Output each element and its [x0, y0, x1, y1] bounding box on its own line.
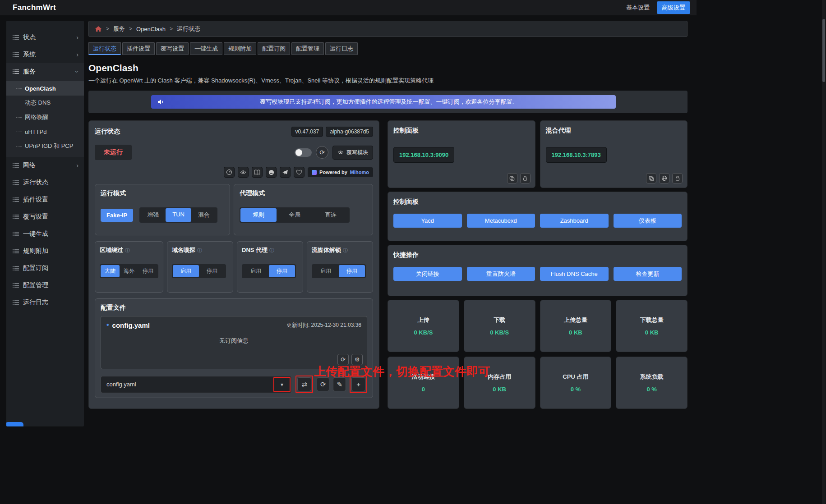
region-option-mainland[interactable]: 大陆: [101, 265, 120, 277]
globe-icon[interactable]: [659, 173, 669, 183]
refresh-button[interactable]: ⟳: [316, 146, 328, 159]
scroll-top-button[interactable]: [6, 422, 23, 426]
proxy-mode-option-rule[interactable]: 规则: [240, 208, 277, 222]
switch-config-button[interactable]: ⇄: [297, 377, 311, 391]
brand-logo[interactable]: FanchmWrt: [13, 3, 56, 12]
close-connections-button[interactable]: 关闭链接: [393, 267, 462, 281]
upload-config-button[interactable]: +: [351, 377, 365, 391]
proxy-mode-option-direct[interactable]: 直连: [313, 208, 349, 222]
sniffer-title: 域名嗅探: [172, 246, 195, 254]
tab-rules-append[interactable]: 规则附加: [224, 42, 256, 55]
home-icon[interactable]: [95, 26, 102, 32]
sidebar-item-plugin-settings[interactable]: 插件设置: [6, 191, 84, 208]
sidebar-item-run-status[interactable]: 运行状态: [6, 174, 84, 191]
sidebar-item-rules-append[interactable]: 规则附加: [6, 243, 84, 260]
control-panel-card: 控制面板 192.168.10.3:9090: [388, 120, 535, 188]
lock-icon[interactable]: [520, 173, 531, 183]
run-mode-option-mixed[interactable]: 混合: [191, 208, 217, 222]
check-update-button[interactable]: 检查更新: [614, 267, 682, 281]
config-select[interactable]: config.yaml ▾: [101, 376, 292, 393]
speedtest-icon[interactable]: [224, 167, 235, 178]
dashboard-button[interactable]: 仪表板: [614, 214, 682, 228]
sidebar-item-config-manage[interactable]: 配置管理: [6, 277, 84, 294]
telegram-icon[interactable]: [280, 167, 291, 178]
breadcrumb: > 服务 > OpenClash > 运行状态: [88, 21, 688, 37]
config-refresh-button[interactable]: ⟳: [337, 354, 349, 365]
stat-upload: 上传 0 KB/S: [388, 300, 459, 352]
dns-option-enable[interactable]: 启用: [243, 265, 269, 277]
streaming-option-disable[interactable]: 停用: [339, 265, 365, 277]
core-version-badge: alpha-g06387d5: [326, 127, 373, 137]
dns-option-disable[interactable]: 停用: [269, 265, 295, 277]
sidebar-item-one-key-generate[interactable]: 一键生成: [6, 225, 84, 243]
sniffer-option-disable[interactable]: 停用: [199, 265, 225, 277]
lock-icon[interactable]: [672, 173, 683, 183]
breadcrumb-services[interactable]: 服务: [113, 25, 125, 33]
heart-icon[interactable]: [294, 167, 305, 178]
run-mode-option-tun[interactable]: TUN: [166, 208, 191, 222]
tab-run-status[interactable]: 运行状态: [88, 42, 121, 55]
window-scrollbar[interactable]: [822, 0, 826, 504]
metacubexd-button[interactable]: Metacubexd: [467, 214, 535, 228]
sidebar-item-wol[interactable]: 网络唤醒: [6, 110, 84, 124]
sidebar-item-network[interactable]: 网络 ›: [6, 157, 84, 174]
flush-dns-cache-button[interactable]: Flush DNS Cache: [540, 267, 609, 281]
copy-icon[interactable]: [646, 173, 656, 183]
sidebar-item-openclash[interactable]: OpenClash: [6, 81, 84, 96]
region-option-overseas[interactable]: 海外: [120, 265, 138, 277]
scrollbar-thumb[interactable]: [822, 19, 825, 82]
fakeip-badge[interactable]: Fake-IP: [101, 209, 133, 222]
reload-config-button[interactable]: ⟳: [317, 377, 330, 391]
not-running-badge[interactable]: 未运行: [95, 145, 132, 160]
sidebar-item-status[interactable]: 状态 ›: [6, 29, 84, 46]
notice-banner[interactable]: 覆写模块现已支持远程订阅，更加方便插件的远程管理及统一配置、一键订阅，欢迎各位分…: [151, 95, 616, 109]
tab-plugin-settings[interactable]: 插件设置: [122, 42, 155, 55]
body-row: 状态 › 系统 › 服务 › OpenClash: [0, 15, 697, 426]
enable-toggle[interactable]: [295, 148, 312, 157]
breadcrumb-openclash[interactable]: OpenClash: [136, 26, 166, 32]
github-icon[interactable]: [266, 167, 277, 178]
sidebar-item-upnp[interactable]: UPnP IGD 和 PCP: [6, 139, 84, 153]
tab-override-settings[interactable]: 覆写设置: [156, 42, 189, 55]
region-option-disabled[interactable]: 停用: [138, 265, 157, 277]
tab-config-subscribe[interactable]: 配置订阅: [258, 42, 290, 55]
config-settings-button[interactable]: ⚙: [351, 354, 363, 365]
sidebar-item-run-log[interactable]: 运行日志: [6, 294, 84, 311]
caret-down-icon[interactable]: ▾: [275, 379, 289, 390]
streaming-option-enable[interactable]: 启用: [313, 265, 339, 277]
docs-book-icon[interactable]: [252, 167, 263, 178]
mixed-proxy-address[interactable]: 192.168.10.3:7893: [546, 147, 607, 163]
tab-one-key-generate[interactable]: 一键生成: [190, 42, 222, 55]
sniffer-segmented: 启用 停用: [172, 264, 226, 278]
tab-config-manage[interactable]: 配置管理: [291, 42, 324, 55]
sidebar-item-system[interactable]: 系统 ›: [6, 46, 84, 63]
proxy-mode-option-global[interactable]: 全局: [277, 208, 313, 222]
yacd-button[interactable]: Yacd: [393, 214, 462, 228]
list-icon: [13, 180, 19, 185]
sidebar-item-override-settings[interactable]: 覆写设置: [6, 208, 84, 225]
eye-icon[interactable]: [238, 167, 249, 178]
zashboard-button[interactable]: Zashboard: [540, 214, 609, 228]
region-bypass-card: 区域绕过 ⓘ 大陆 海外 停用: [95, 241, 163, 293]
sidebar-item-services[interactable]: 服务 ›: [6, 63, 84, 80]
control-panel-address[interactable]: 192.168.10.3:9090: [393, 147, 454, 163]
sidebar-item-ddns[interactable]: 动态 DNS: [6, 96, 84, 110]
override-module-button[interactable]: 覆写模块: [332, 146, 373, 160]
quick-actions-card: 快捷操作 关闭链接 重置防火墙 Flush DNS Cache 检查更新: [388, 245, 688, 296]
powered-by-badge[interactable]: Powered by Mihomo: [308, 167, 373, 177]
streaming-unlock-card: 流媒体解锁 ⓘ 启用 停用: [307, 241, 373, 293]
sidebar-item-config-subscribe[interactable]: 配置订阅: [6, 260, 84, 277]
reset-firewall-button[interactable]: 重置防火墙: [467, 267, 535, 281]
notice-text: 覆写模块现已支持远程订阅，更加方便插件的远程管理及统一配置、一键订阅，欢迎各位分…: [169, 98, 609, 106]
edit-config-button[interactable]: ✎: [333, 377, 346, 391]
dashboards-card: 控制面板 Yacd Metacubexd Zashboard 仪表板: [388, 192, 688, 241]
list-icon: [13, 231, 19, 237]
basic-settings-link[interactable]: 基本设置: [626, 4, 650, 12]
sniffer-option-enable[interactable]: 启用: [173, 265, 199, 277]
run-mode-option-enhanced[interactable]: 增强: [140, 208, 166, 222]
copy-icon[interactable]: [507, 173, 517, 183]
tab-run-log[interactable]: 运行日志: [325, 42, 358, 55]
breadcrumb-run-status[interactable]: 运行状态: [177, 25, 200, 33]
sidebar-item-uhttpd[interactable]: uHTTPd: [6, 124, 84, 139]
advanced-settings-button[interactable]: 高级设置: [657, 1, 690, 14]
